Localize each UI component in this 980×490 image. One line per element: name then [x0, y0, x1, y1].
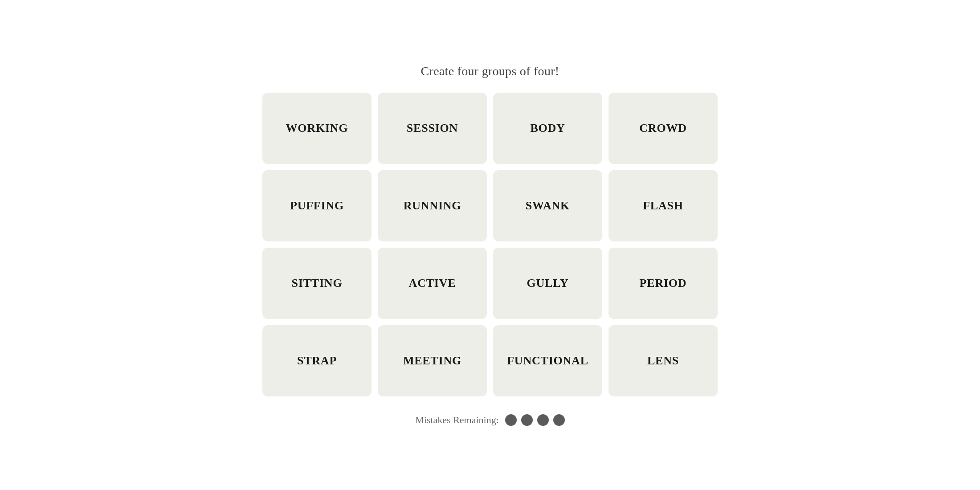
word-card-working[interactable]: WORKING	[262, 93, 372, 164]
word-label-working: WORKING	[286, 122, 348, 135]
word-label-gully: GULLY	[527, 277, 569, 290]
word-label-flash: FLASH	[643, 199, 683, 212]
mistake-dot-3	[537, 414, 549, 426]
word-card-crowd[interactable]: CROWD	[608, 93, 718, 164]
word-card-flash[interactable]: FLASH	[608, 170, 718, 241]
game-container: Create four groups of four! WORKINGSESSI…	[245, 64, 735, 426]
word-card-meeting[interactable]: MEETING	[378, 325, 487, 396]
word-card-running[interactable]: RUNNING	[378, 170, 487, 241]
word-label-strap: STRAP	[297, 354, 337, 368]
word-label-session: SESSION	[407, 122, 458, 135]
mistakes-dots	[505, 414, 565, 426]
word-card-period[interactable]: PERIOD	[608, 248, 718, 319]
word-card-strap[interactable]: STRAP	[262, 325, 372, 396]
word-label-period: PERIOD	[640, 277, 687, 290]
word-card-lens[interactable]: LENS	[608, 325, 718, 396]
mistake-dot-2	[521, 414, 533, 426]
mistakes-label: Mistakes Remaining:	[415, 414, 499, 426]
word-card-functional[interactable]: FUNCTIONAL	[493, 325, 602, 396]
mistake-dot-4	[553, 414, 565, 426]
word-label-active: ACTIVE	[409, 277, 456, 290]
word-label-puffing: PUFFING	[290, 199, 344, 212]
word-label-functional: FUNCTIONAL	[507, 354, 588, 368]
word-card-session[interactable]: SESSION	[378, 93, 487, 164]
word-card-gully[interactable]: GULLY	[493, 248, 602, 319]
word-label-sitting: SITTING	[292, 277, 343, 290]
word-card-body[interactable]: BODY	[493, 93, 602, 164]
word-card-active[interactable]: ACTIVE	[378, 248, 487, 319]
word-label-meeting: MEETING	[403, 354, 461, 368]
word-label-swank: SWANK	[526, 199, 570, 212]
word-card-sitting[interactable]: SITTING	[262, 248, 372, 319]
word-label-body: BODY	[530, 122, 565, 135]
mistakes-section: Mistakes Remaining:	[415, 414, 565, 426]
word-card-swank[interactable]: SWANK	[493, 170, 602, 241]
word-label-crowd: CROWD	[639, 122, 686, 135]
word-label-running: RUNNING	[404, 199, 461, 212]
word-label-lens: LENS	[647, 354, 679, 368]
word-card-puffing[interactable]: PUFFING	[262, 170, 372, 241]
word-grid: WORKINGSESSIONBODYCROWDPUFFINGRUNNINGSWA…	[262, 93, 718, 396]
subtitle: Create four groups of four!	[421, 64, 559, 78]
mistake-dot-1	[505, 414, 517, 426]
